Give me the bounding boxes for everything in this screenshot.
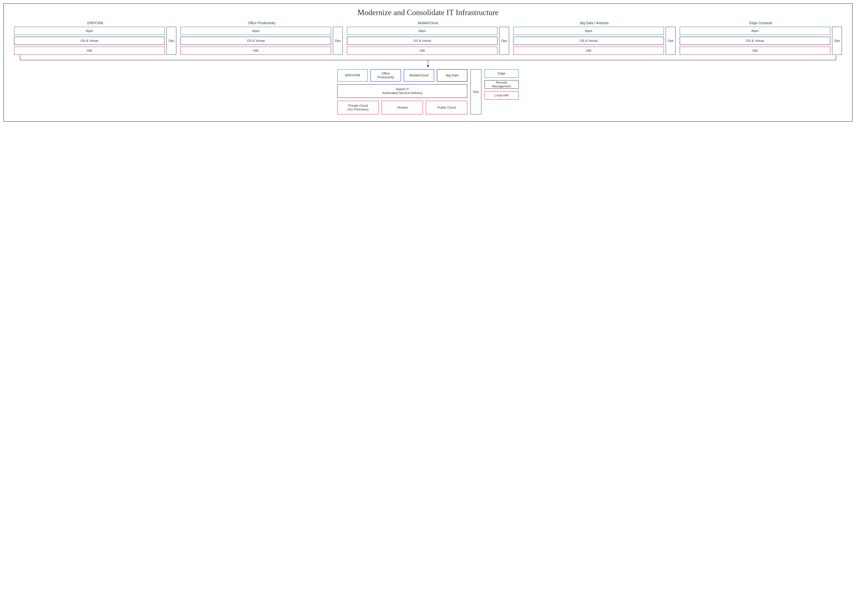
convergence-arrow	[20, 55, 836, 69]
silo-apps-box: Apps	[680, 27, 830, 35]
silo-ops-box: Ops	[832, 27, 842, 55]
silo-hw-box: HW	[180, 46, 331, 55]
silo-title: Office Productivity	[180, 21, 343, 25]
silo-ops-box: Ops	[499, 27, 509, 55]
consolidated-ops-column: Ops	[470, 69, 482, 114]
silo-hw-box: HW	[347, 46, 497, 55]
silo-os-box: OS & Virtual	[680, 37, 830, 45]
app-mobile-cloud-box: Mobile/Cloud	[404, 69, 434, 82]
silo-title: Mobile/Cloud	[347, 21, 509, 25]
silo-erp-crm: ERP/CRM Apps OS & Virtual HW Ops	[14, 21, 176, 55]
silo-os-box: OS & Virtual	[180, 37, 331, 45]
silo-os-box: OS & Virtual	[14, 37, 165, 45]
silo-os-box: OS & Virtual	[513, 37, 664, 45]
silo-office-productivity: Office Productivity Apps OS & Virtual HW…	[180, 21, 343, 55]
silo-ops-box: Ops	[166, 27, 176, 55]
hybrid-it-box: Hybrid IT Automated Service Delivery	[337, 84, 467, 98]
remote-management-box: Remote Management	[485, 80, 519, 89]
silo-hw-box: HW	[14, 46, 165, 55]
silo-hw-box: HW	[680, 46, 830, 55]
silo-ops-box: Ops	[666, 27, 676, 55]
diagram-title: Modernize and Consolidate IT Infrastruct…	[14, 8, 842, 17]
silo-row: ERP/CRM Apps OS & Virtual HW Ops Office …	[14, 21, 842, 55]
silo-apps-box: Apps	[180, 27, 331, 35]
consolidated-ops-box: Ops	[470, 69, 482, 114]
edge-box: Edge	[485, 69, 519, 78]
diagram-frame: Modernize and Consolidate IT Infrastruct…	[3, 3, 853, 122]
consolidated-infra-row: Private Cloud (On Premises) Hosted Publi…	[337, 101, 467, 114]
arrow-down-icon	[427, 65, 429, 68]
silo-apps-box: Apps	[347, 27, 497, 35]
app-erp-crm-box: ERP/CRM	[337, 69, 368, 82]
silo-title: Big Data / Analysis	[513, 21, 676, 25]
silo-mobile-cloud: Mobile/Cloud Apps OS & Virtual HW Ops	[347, 21, 509, 55]
consolidated-apps-row: ERP/CRM Office Productivity Mobile/Cloud…	[337, 69, 467, 82]
silo-title: Edge Compute	[680, 21, 842, 25]
silo-apps-box: Apps	[14, 27, 165, 35]
infra-private-cloud-box: Private Cloud (On Premises)	[337, 101, 379, 114]
app-office-box: Office Productivity	[371, 69, 401, 82]
silo-ops-box: Ops	[333, 27, 343, 55]
local-hw-box: Local HW	[485, 91, 519, 100]
silo-edge-compute: Edge Compute Apps OS & Virtual HW Ops	[680, 21, 842, 55]
consolidated-main-column: ERP/CRM Office Productivity Mobile/Cloud…	[337, 69, 467, 114]
silo-title: ERP/CRM	[14, 21, 176, 25]
consolidated-section: ERP/CRM Office Productivity Mobile/Cloud…	[14, 69, 842, 114]
consolidated-edge-column: Edge Remote Management Local HW	[485, 69, 519, 114]
silo-os-box: OS & Virtual	[347, 37, 497, 45]
silo-big-data: Big Data / Analysis Apps OS & Virtual HW…	[513, 21, 676, 55]
silo-hw-box: HW	[513, 46, 664, 55]
infra-hosted-box: Hosted	[382, 101, 423, 114]
app-big-data-box: Big Data	[437, 69, 467, 82]
silo-apps-box: Apps	[513, 27, 664, 35]
infra-public-cloud-box: Public Cloud	[426, 101, 467, 114]
